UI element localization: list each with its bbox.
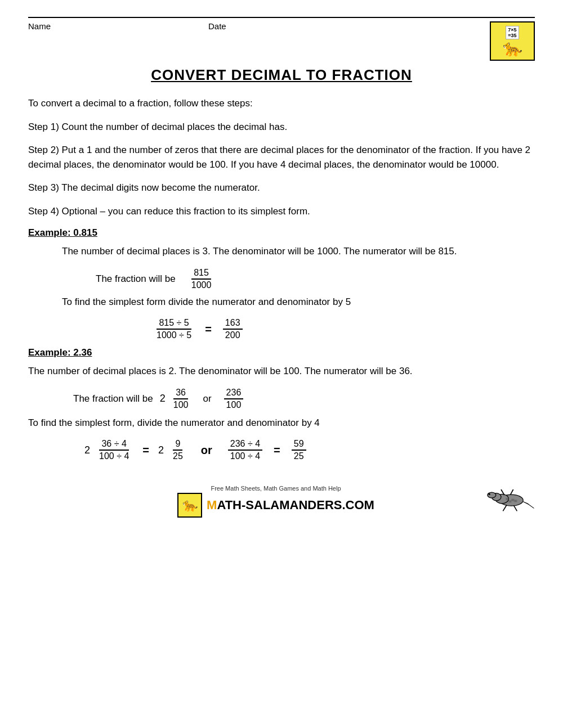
fraction-will-be-label: The fraction will be	[96, 273, 176, 285]
example1-right-fraction: 163 200	[223, 318, 243, 340]
footer: Free Math Sheets, Math Games and Math He…	[28, 478, 535, 518]
step-1: Step 1) Count the number of decimal plac…	[28, 120, 535, 134]
footer-tagline: Free Math Sheets, Math Games and Math He…	[177, 485, 374, 492]
svg-rect-11	[508, 500, 511, 502]
step-2: Step 2) Put a 1 and the number of zeros …	[28, 143, 535, 172]
example2-left-fraction: 36 ÷ 4 100 ÷ 4	[97, 439, 131, 461]
example2-whole1: 2	[160, 393, 166, 405]
example1-heading: Example: 0.815	[28, 227, 535, 239]
example1-numerator: 815	[191, 268, 211, 280]
example1-fraction-row: The fraction will be 815 1000	[96, 268, 535, 290]
ex2-mid-num: 9	[173, 439, 182, 451]
ex2-eq1: =	[142, 444, 149, 457]
step-3: Step 3) The decimal digits now become th…	[28, 181, 535, 195]
ex2-final-den: 25	[292, 451, 306, 461]
example2-num1: 36	[173, 388, 188, 399]
footer-logo-icon: 🐆	[177, 493, 202, 518]
footer-brand: MATH-SALAMANDERS.COM	[207, 498, 374, 513]
name-date-row: Name Date	[28, 21, 226, 31]
ex2-right-den: 100 ÷ 4	[228, 451, 262, 461]
ex2-mid-den: 25	[171, 451, 185, 461]
name-label: Name	[28, 21, 51, 31]
page-title: CONVERT DECIMAL TO FRACTION	[28, 66, 535, 84]
example2-simplest-label: To find the simplest form, divide the nu…	[28, 416, 535, 430]
example1-simplest-row: 815 ÷ 5 1000 ÷ 5 = 163 200	[152, 318, 535, 340]
ex2-eq2: =	[274, 444, 280, 457]
left-whole: 2	[84, 444, 90, 456]
svg-rect-9	[506, 498, 508, 500]
or-text: or	[203, 393, 211, 405]
example2-mid-fraction: 9 25	[171, 439, 185, 461]
example1-left-den: 1000 ÷ 5	[154, 330, 194, 340]
svg-point-3	[488, 492, 496, 498]
svg-point-8	[488, 493, 490, 495]
bold-or-text: or	[201, 444, 212, 457]
step-4: Step 4) Optional – you can reduce this f…	[28, 204, 535, 219]
example2-right-fraction: 236 ÷ 4 100 ÷ 4	[228, 439, 262, 461]
example1-left-fraction: 815 ÷ 5 1000 ÷ 5	[154, 318, 194, 340]
example2-fraction2: 236 100	[224, 388, 244, 410]
date-label: Date	[208, 21, 226, 31]
svg-line-5	[513, 505, 517, 511]
example1-equals: =	[205, 323, 212, 336]
logo-box: 7×5=35 🐆	[490, 21, 535, 61]
example2-fraction1: 36 100	[171, 388, 191, 410]
logo-image: 7×5=35 🐆	[491, 23, 534, 60]
example1-description: The number of decimal places is 3. The d…	[62, 244, 535, 259]
example1-right-num: 163	[223, 318, 243, 330]
example2-simplest-row: 2 36 ÷ 4 100 ÷ 4 = 2 9 25 or 236 ÷ 4 100…	[84, 439, 535, 461]
mid-whole: 2	[158, 444, 164, 456]
example2-fraction-will-be: The fraction will be	[73, 393, 153, 405]
example1-simplest-label: To find the simplest form divide the num…	[62, 295, 535, 309]
example2-den2: 100	[224, 399, 244, 410]
lizard-icon	[479, 478, 535, 518]
brand-prefix: M	[207, 498, 217, 512]
example1-fraction: 815 1000	[189, 268, 214, 290]
example2-num2: 236	[224, 388, 244, 399]
example1-left-num: 815 ÷ 5	[157, 318, 191, 330]
example2-final-fraction: 59 25	[292, 439, 306, 461]
svg-line-4	[503, 505, 507, 511]
example2-den1: 100	[171, 399, 191, 410]
top-bar: Name Date 7×5=35 🐆	[28, 17, 535, 61]
ex2-left-den: 100 ÷ 4	[97, 451, 131, 461]
ex2-final-num: 59	[292, 439, 306, 451]
svg-rect-12	[514, 500, 517, 502]
example1-desc-block: The number of decimal places is 3. The d…	[62, 244, 535, 340]
example2-description: The number of decimal places is 2. The d…	[28, 364, 535, 379]
example2-heading: Example: 2.36	[28, 347, 535, 358]
ex2-left-num: 36 ÷ 4	[99, 439, 128, 451]
example2-fraction-row: The fraction will be 2 36 100 or 236 100	[73, 388, 535, 410]
svg-rect-10	[511, 499, 514, 501]
example1-denominator: 1000	[189, 280, 214, 290]
svg-line-7	[511, 489, 513, 495]
example1-right-den: 200	[223, 330, 243, 340]
ex2-right-num: 236 ÷ 4	[228, 439, 262, 451]
intro-text: To convert a decimal to a fraction, foll…	[28, 96, 535, 111]
brand-name: ATH-SALAMANDERS.COM	[217, 498, 374, 512]
footer-logo: Free Math Sheets, Math Games and Math He…	[177, 485, 374, 518]
